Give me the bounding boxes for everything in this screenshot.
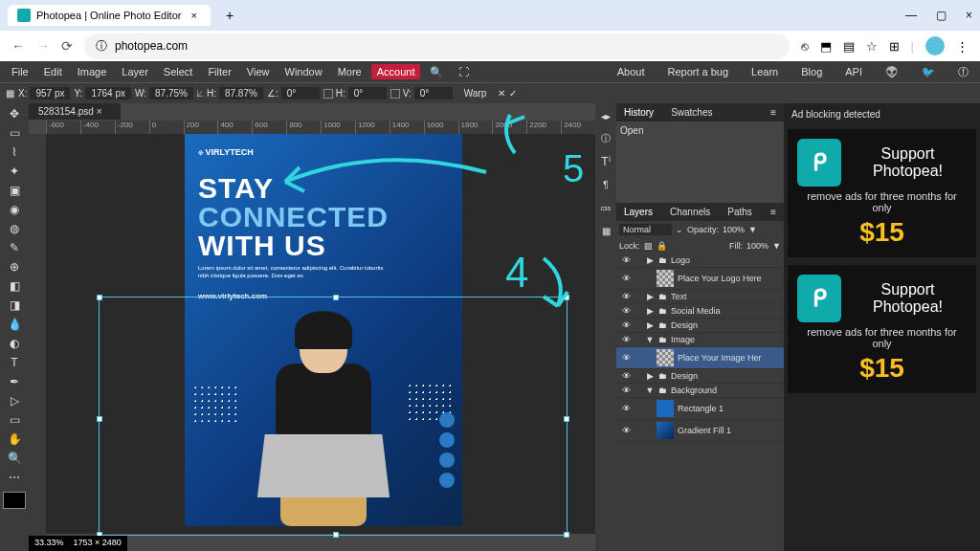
angle-input[interactable]: 0° — [281, 87, 320, 99]
shape-tool[interactable]: ▭ — [3, 411, 26, 429]
visibility-icon[interactable]: 👁 — [620, 306, 632, 316]
visibility-icon[interactable]: 👁 — [620, 371, 632, 381]
link-wh-icon[interactable]: ⟀ — [197, 88, 203, 99]
fullscreen-icon[interactable]: ⛶ — [453, 64, 475, 79]
blur-tool[interactable]: 💧 — [3, 316, 26, 333]
warp-button[interactable]: Warp — [464, 88, 487, 99]
search-icon[interactable]: 🔍 — [424, 64, 449, 80]
facebook-icon[interactable]: ⓕ — [952, 63, 974, 81]
layer-row[interactable]: 👁▶🖿Logo — [616, 253, 784, 268]
eraser-tool[interactable]: ◧ — [3, 277, 26, 295]
layer-row[interactable]: 👁▶🖿Design — [616, 369, 784, 384]
commit-transform-icon[interactable]: ✓ — [509, 88, 517, 99]
new-tab-button[interactable]: + — [218, 4, 241, 27]
document-tab[interactable]: 5283154.psd × — [29, 103, 121, 120]
more-tools[interactable]: ⋯ — [3, 469, 26, 486]
glyph-panel-icon[interactable]: ▦ — [602, 222, 611, 239]
tab-paths[interactable]: Paths — [724, 205, 756, 219]
dodge-tool[interactable]: ◐ — [3, 335, 26, 352]
tab-swatches[interactable]: Swatches — [667, 105, 716, 120]
visibility-icon[interactable]: 👁 — [620, 353, 632, 363]
menu-window[interactable]: Window — [279, 64, 328, 79]
panel-menu-icon[interactable]: ≡ — [767, 205, 780, 219]
handle-top-left[interactable] — [97, 295, 102, 300]
menu-filter[interactable]: Filter — [202, 64, 236, 79]
visibility-icon[interactable]: 👁 — [620, 426, 632, 435]
translate-icon[interactable]: ⎋ — [801, 39, 809, 54]
browser-tab[interactable]: Photopea | Online Photo Editor × — [8, 5, 211, 26]
menu-view[interactable]: View — [241, 64, 276, 79]
layer-row[interactable]: 👁Place Your Image Her — [616, 347, 784, 369]
forward-button[interactable]: → — [36, 38, 50, 54]
heal-tool[interactable]: ◍ — [3, 220, 26, 237]
cancel-transform-icon[interactable]: ✕ — [498, 88, 505, 99]
visibility-icon[interactable]: 👁 — [620, 404, 632, 413]
type-tool[interactable]: T — [3, 354, 26, 371]
twitter-icon[interactable]: 🐦 — [916, 64, 941, 80]
fill-input[interactable]: 100% — [746, 241, 768, 251]
install-icon[interactable]: ⬒ — [820, 39, 832, 54]
menu-image[interactable]: Image — [72, 64, 113, 79]
eyedropper-tool[interactable]: ◉ — [3, 201, 26, 218]
bookmark-icon[interactable]: ☆ — [866, 39, 878, 54]
account-button[interactable]: Account — [371, 64, 421, 79]
support-ad-2[interactable]: ᑭ Support Photopea! remove ads for three… — [788, 265, 976, 393]
back-button[interactable]: ← — [11, 38, 25, 54]
hskew-input[interactable]: 0° — [348, 87, 387, 99]
visibility-icon[interactable]: 👁 — [620, 320, 632, 330]
handle-top-right[interactable] — [564, 295, 569, 300]
minimize-icon[interactable]: — — [905, 9, 917, 22]
canvas-area[interactable]: 5283154.psd × -600-400-20002004006008001… — [29, 103, 595, 551]
lock-transparency-icon[interactable]: ▨ — [644, 241, 653, 251]
handle-top[interactable] — [333, 295, 339, 300]
layer-row[interactable]: 👁Rectangle 1 — [616, 398, 784, 420]
collapse-panel-icon[interactable]: ◂▸ — [601, 107, 611, 124]
reload-button[interactable]: ⟳ — [61, 38, 73, 54]
link-report[interactable]: Report a bug — [661, 64, 734, 79]
panel-menu-icon[interactable]: ≡ — [767, 105, 780, 120]
menu-select[interactable]: Select — [158, 64, 199, 79]
pen-tool[interactable]: ✒ — [3, 373, 26, 390]
crop-tool[interactable]: ▣ — [3, 182, 26, 199]
move-tool[interactable]: ✥ — [3, 105, 26, 122]
wand-tool[interactable]: ✦ — [3, 163, 26, 180]
marquee-tool[interactable]: ▭ — [3, 124, 26, 142]
link-learn[interactable]: Learn — [746, 64, 784, 79]
handle-right[interactable] — [564, 416, 569, 422]
history-panel[interactable]: Open — [616, 121, 784, 203]
tab-channels[interactable]: Channels — [666, 205, 714, 219]
blend-mode-select[interactable]: Normal — [619, 224, 672, 235]
v-skew-check[interactable] — [390, 89, 400, 99]
lock-all-icon[interactable]: 🔒 — [657, 241, 667, 251]
para-panel-icon[interactable]: ¶ — [603, 176, 608, 193]
visibility-icon[interactable]: 👁 — [620, 386, 632, 395]
layer-row[interactable]: 👁▶🖿Text — [616, 290, 784, 304]
reddit-icon[interactable]: 👽 — [880, 64, 904, 80]
zoom-level[interactable]: 33.33% — [34, 538, 64, 549]
menu-layer[interactable]: Layer — [116, 64, 154, 79]
close-window-icon[interactable]: × — [966, 9, 972, 22]
tab-history[interactable]: History — [620, 105, 657, 120]
tab-layers[interactable]: Layers — [620, 205, 657, 219]
link-api[interactable]: API — [839, 64, 868, 79]
layer-row[interactable]: 👁▼🖿Image — [616, 333, 784, 347]
lasso-tool[interactable]: ⌇ — [3, 143, 26, 161]
w-input[interactable]: 87.75% — [149, 87, 193, 99]
visibility-icon[interactable]: 👁 — [620, 274, 632, 283]
close-doc-icon[interactable]: × — [97, 106, 102, 117]
opacity-input[interactable]: 100% — [723, 225, 745, 234]
menu-edit[interactable]: Edit — [38, 64, 68, 79]
char-panel-icon[interactable]: Tⁱ — [601, 153, 610, 170]
menu-icon[interactable]: ⋮ — [956, 39, 969, 54]
gradient-tool[interactable]: ◨ — [3, 297, 26, 314]
site-info-icon[interactable]: ⓘ — [96, 38, 107, 55]
css-panel-icon[interactable]: css — [601, 199, 612, 216]
visibility-icon[interactable]: 👁 — [620, 292, 632, 301]
maximize-icon[interactable]: ▢ — [936, 9, 947, 22]
extensions-icon[interactable]: ⊞ — [889, 39, 900, 54]
close-tab-icon[interactable]: × — [187, 10, 200, 21]
layer-row[interactable]: 👁▶🖿Social Media — [616, 304, 784, 319]
history-item[interactable]: Open — [620, 125, 780, 136]
x-input[interactable]: 957 px — [30, 87, 70, 99]
address-bar[interactable]: ⓘ photopea.com — [84, 33, 790, 59]
